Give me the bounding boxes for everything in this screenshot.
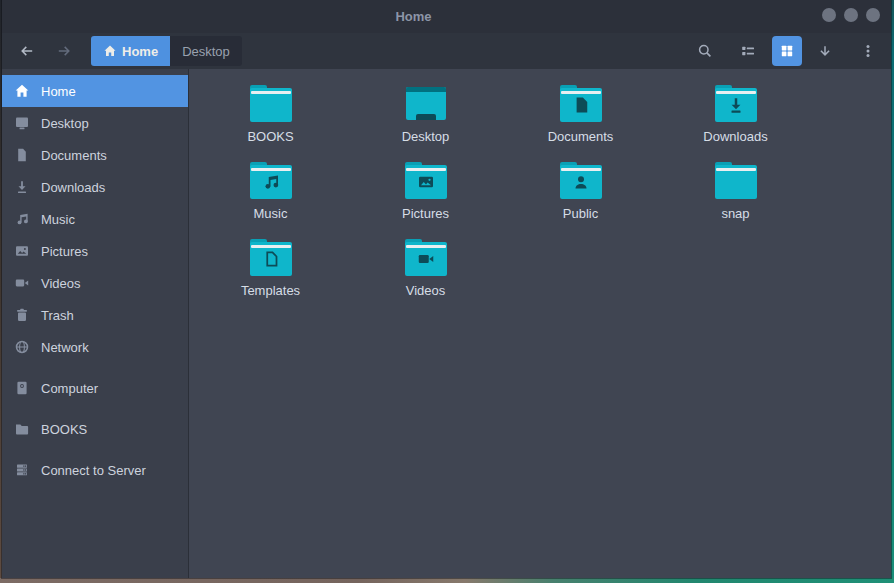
file-tile-pictures[interactable]: Pictures — [348, 156, 503, 233]
path-bar: Home Desktop — [91, 36, 242, 66]
file-label: Music — [254, 206, 288, 222]
server-icon — [14, 462, 30, 478]
file-tile-desktop[interactable]: Desktop — [348, 79, 503, 156]
folder-icon — [405, 239, 447, 276]
forward-button[interactable] — [52, 39, 76, 63]
file-label: Templates — [241, 283, 300, 299]
path-segment-desktop[interactable]: Desktop — [170, 36, 242, 66]
sidebar-item-computer[interactable]: Computer — [2, 372, 188, 404]
file-label: Downloads — [703, 129, 767, 145]
titlebar[interactable]: Home — [2, 0, 891, 33]
download-icon — [14, 179, 30, 195]
folder-icon — [14, 421, 30, 437]
file-tile-templates[interactable]: Templates — [193, 233, 348, 310]
video-emblem-icon — [416, 249, 436, 269]
folder-icon — [560, 162, 602, 199]
file-tile-snap[interactable]: snap — [658, 156, 813, 233]
sidebar: HomeDesktopDocumentsDownloadsMusicPictur… — [2, 69, 189, 578]
file-label: Documents — [548, 129, 614, 145]
arrow-down-icon — [817, 43, 833, 59]
sidebar-item-label: Home — [41, 84, 76, 99]
sidebar-item-label: Documents — [41, 148, 107, 163]
file-label: Public — [563, 206, 598, 222]
file-label: BOOKS — [247, 129, 293, 145]
arrow-right-icon — [56, 43, 72, 59]
sidebar-item-trash[interactable]: Trash — [2, 299, 188, 331]
sidebar-item-books[interactable]: BOOKS — [2, 413, 188, 445]
desktop-icon — [14, 115, 30, 131]
folder-icon — [250, 85, 292, 122]
path-segment-home[interactable]: Home — [91, 36, 170, 66]
document-icon — [14, 147, 30, 163]
folder-icon — [250, 162, 292, 199]
grid-view-button[interactable] — [772, 36, 802, 66]
desktop-monitor-icon — [405, 85, 447, 122]
document-emblem-icon — [571, 95, 591, 115]
sidebar-item-label: Desktop — [41, 116, 89, 131]
sidebar-item-label: Music — [41, 212, 75, 227]
sidebar-item-connect-to-server[interactable]: Connect to Server — [2, 454, 188, 486]
sidebar-section-2: ComputerBOOKSConnect to Server — [2, 372, 188, 486]
file-view: BOOKSDesktopDocumentsDownloadsMusicPictu… — [189, 69, 891, 578]
video-icon — [14, 275, 30, 291]
file-tile-downloads[interactable]: Downloads — [658, 79, 813, 156]
file-label: Pictures — [402, 206, 449, 222]
folder-icon — [715, 85, 757, 122]
sidebar-item-desktop[interactable]: Desktop — [2, 107, 188, 139]
folder-icon — [250, 239, 292, 276]
file-manager-window: Home Home Desktop HomeDesktopDocumentsDo… — [2, 0, 891, 578]
file-label: Desktop — [402, 129, 450, 145]
desktop-edge-bottom — [0, 578, 894, 583]
sidebar-item-label: Videos — [41, 276, 81, 291]
sidebar-item-home[interactable]: Home — [2, 75, 188, 107]
sidebar-section-1: HomeDesktopDocumentsDownloadsMusicPictur… — [2, 75, 188, 363]
network-icon — [14, 339, 30, 355]
sidebar-item-label: Computer — [41, 381, 98, 396]
list-view-button[interactable] — [736, 39, 760, 63]
sidebar-item-label: Trash — [41, 308, 74, 323]
path-segment-label: Home — [122, 44, 158, 59]
sidebar-item-network[interactable]: Network — [2, 331, 188, 363]
search-button[interactable] — [693, 39, 717, 63]
sort-button[interactable] — [813, 39, 837, 63]
sidebar-item-label: Connect to Server — [41, 463, 146, 478]
window-button-2[interactable] — [844, 8, 858, 22]
grid-view-icon — [779, 43, 795, 59]
window-title: Home — [2, 0, 825, 33]
sidebar-item-documents[interactable]: Documents — [2, 139, 188, 171]
trash-icon — [14, 307, 30, 323]
home-icon — [14, 83, 30, 99]
sidebar-item-music[interactable]: Music — [2, 203, 188, 235]
file-label: snap — [721, 206, 749, 222]
template-emblem-icon — [261, 249, 281, 269]
file-tile-music[interactable]: Music — [193, 156, 348, 233]
search-icon — [697, 43, 713, 59]
picture-icon — [14, 243, 30, 259]
file-tile-documents[interactable]: Documents — [503, 79, 658, 156]
sidebar-item-downloads[interactable]: Downloads — [2, 171, 188, 203]
sidebar-item-label: BOOKS — [41, 422, 87, 437]
sidebar-item-videos[interactable]: Videos — [2, 267, 188, 299]
window-content: HomeDesktopDocumentsDownloadsMusicPictur… — [2, 69, 891, 578]
window-controls — [822, 8, 880, 22]
file-tile-videos[interactable]: Videos — [348, 233, 503, 310]
menu-button[interactable] — [856, 39, 880, 63]
music-emblem-icon — [261, 172, 281, 192]
list-view-icon — [740, 43, 756, 59]
home-icon — [103, 44, 117, 58]
file-tile-books[interactable]: BOOKS — [193, 79, 348, 156]
music-icon — [14, 211, 30, 227]
sidebar-item-pictures[interactable]: Pictures — [2, 235, 188, 267]
window-button-3[interactable] — [866, 8, 880, 22]
sidebar-item-label: Downloads — [41, 180, 105, 195]
path-segment-label: Desktop — [182, 44, 230, 59]
file-tile-public[interactable]: Public — [503, 156, 658, 233]
back-button[interactable] — [15, 39, 39, 63]
file-grid: BOOKSDesktopDocumentsDownloadsMusicPictu… — [193, 79, 815, 310]
folder-icon — [715, 162, 757, 199]
user-emblem-icon — [571, 172, 591, 192]
arrow-left-icon — [19, 43, 35, 59]
kebab-menu-icon — [860, 43, 876, 59]
window-button-1[interactable] — [822, 8, 836, 22]
sidebar-item-label: Pictures — [41, 244, 88, 259]
